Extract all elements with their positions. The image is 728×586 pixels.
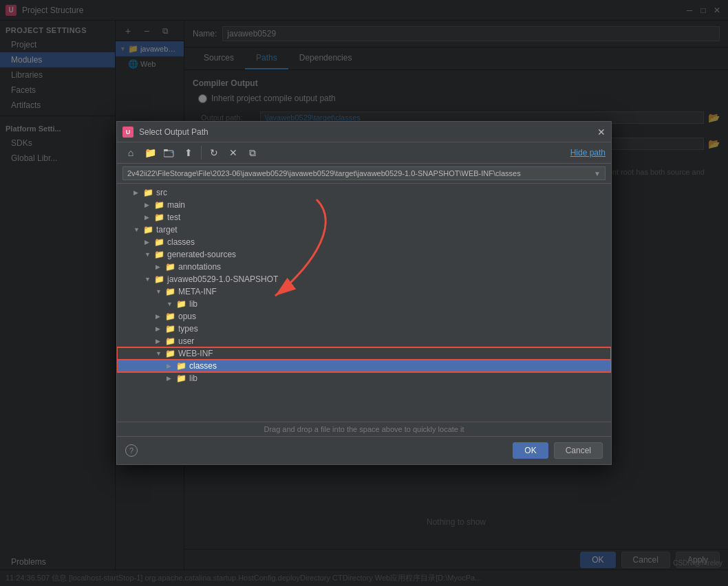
lib-webinf-folder-icon: 📁 <box>176 373 186 383</box>
src-folder-icon: 📁 <box>143 188 153 197</box>
generated-sources-label: generated-sources <box>167 250 236 259</box>
meta-inf-label: META-INF <box>178 287 217 296</box>
snapshot-folder-icon: 📁 <box>154 274 164 284</box>
svg-rect-1 <box>164 149 168 151</box>
test-arrow-icon: ▶ <box>144 214 151 221</box>
lib-webinf-label: lib <box>189 373 197 383</box>
main-label: main <box>167 200 185 210</box>
tree-item-snapshot[interactable]: ▼ 📁 javaweb0529-1.0-SNAPSHOT <box>117 273 611 285</box>
main-folder-icon: 📁 <box>154 200 164 210</box>
refresh-button[interactable]: ↻ <box>206 145 222 160</box>
dialog-btn-row: OK Cancel <box>513 442 603 459</box>
snapshot-arrow-icon: ▼ <box>144 276 151 283</box>
opus-folder-icon: 📁 <box>165 312 175 321</box>
user-folder-icon: 📁 <box>165 336 175 346</box>
tree-item-classes-webinf[interactable]: ▶ 📁 classes <box>117 360 611 372</box>
new-folder-button[interactable]: + <box>161 145 178 160</box>
meta-inf-arrow-icon: ▼ <box>156 288 162 295</box>
test-folder-icon: 📁 <box>154 213 164 222</box>
dialog-ok-button[interactable]: OK <box>513 442 548 459</box>
dialog-overlay: U Select Output Path ✕ ⌂ 📁 + ⬆ ↻ ✕ ⧉ Hid… <box>0 0 728 586</box>
tree-item-generated-sources[interactable]: ▼ 📁 generated-sources <box>117 248 611 261</box>
web-inf-arrow-icon: ▼ <box>156 350 162 357</box>
lib-meta-arrow-icon: ▼ <box>167 301 173 307</box>
web-inf-folder-icon: 📁 <box>165 349 175 358</box>
delete-button[interactable]: ✕ <box>225 145 242 160</box>
tree-item-types[interactable]: ▶ 📁 types <box>117 323 611 335</box>
target-label: target <box>156 225 178 235</box>
annotations-label: annotations <box>178 262 221 272</box>
classes-target-label: classes <box>167 237 195 247</box>
help-button[interactable]: ? <box>125 444 138 457</box>
types-arrow-icon: ▶ <box>156 325 162 332</box>
target-arrow-icon: ▼ <box>133 226 140 233</box>
copy-path-button[interactable]: ⧉ <box>244 145 261 160</box>
lib-meta-folder-icon: 📁 <box>176 299 186 309</box>
up-button[interactable]: ⬆ <box>180 145 197 160</box>
lib-webinf-arrow-icon: ▶ <box>167 375 173 382</box>
path-input-select[interactable]: 2v42ii22\FileStorage\File\2023-06\javawe… <box>122 166 606 180</box>
dialog-toolbar: ⌂ 📁 + ⬆ ↻ ✕ ⧉ Hide path <box>117 142 611 164</box>
lib-meta-label: lib <box>189 299 197 309</box>
meta-inf-folder-icon: 📁 <box>165 287 175 296</box>
user-arrow-icon: ▶ <box>156 338 162 345</box>
types-folder-icon: 📁 <box>165 324 175 334</box>
generated-sources-folder-icon: 📁 <box>154 250 164 259</box>
tree-item-main[interactable]: ▶ 📁 main <box>117 199 611 211</box>
tree-item-meta-inf[interactable]: ▼ 📁 META-INF <box>117 285 611 298</box>
classes-webinf-label: classes <box>189 361 217 371</box>
src-arrow-icon: ▶ <box>133 189 140 196</box>
drag-hint: Drag and drop a file into the space abov… <box>117 422 611 436</box>
tree-item-lib-webinf[interactable]: ▶ 📁 lib <box>117 372 611 384</box>
svg-text:+: + <box>171 149 174 155</box>
annotations-folder-icon: 📁 <box>165 262 175 272</box>
path-input-row: 2v42ii22\FileStorage\File\2023-06\javawe… <box>117 164 611 184</box>
web-inf-label: WEB-INF <box>178 349 213 358</box>
tree-item-opus[interactable]: ▶ 📁 opus <box>117 310 611 323</box>
select-output-path-dialog: U Select Output Path ✕ ⌂ 📁 + ⬆ ↻ ✕ ⧉ Hid… <box>116 121 612 465</box>
home-button[interactable]: ⌂ <box>122 145 139 160</box>
main-arrow-icon: ▶ <box>144 202 151 208</box>
test-label: test <box>167 213 180 222</box>
classes-target-arrow-icon: ▶ <box>144 239 151 246</box>
snapshot-label: javaweb0529-1.0-SNAPSHOT <box>167 274 278 284</box>
dropdown-arrow-icon: ▼ <box>594 170 601 177</box>
types-label: types <box>178 324 198 334</box>
target-folder-icon: 📁 <box>143 225 153 235</box>
classes-webinf-folder-icon: 📁 <box>176 361 186 371</box>
dialog-title: Select Output Path <box>139 127 592 137</box>
dialog-close-button[interactable]: ✕ <box>597 127 606 138</box>
dialog-icon: U <box>122 127 133 138</box>
tree-item-test[interactable]: ▶ 📁 test <box>117 211 611 224</box>
src-label: src <box>156 188 167 197</box>
tree-item-web-inf[interactable]: ▼ 📁 WEB-INF <box>117 347 611 360</box>
annotations-arrow-icon: ▶ <box>156 263 162 270</box>
tree-item-user[interactable]: ▶ 📁 user <box>117 335 611 347</box>
tree-item-lib-meta[interactable]: ▼ 📁 lib <box>117 298 611 310</box>
tree-item-src[interactable]: ▶ 📁 src <box>117 186 611 199</box>
dialog-title-bar: U Select Output Path ✕ <box>117 122 611 142</box>
classes-target-folder-icon: 📁 <box>154 237 164 247</box>
toolbar-separator <box>201 146 202 160</box>
opus-arrow-icon: ▶ <box>156 313 162 320</box>
tree-item-target[interactable]: ▼ 📁 target <box>117 224 611 236</box>
dialog-tree[interactable]: ▶ 📁 src ▶ 📁 main ▶ 📁 test ▼ 📁 target <box>117 184 611 422</box>
opus-label: opus <box>178 312 196 321</box>
dialog-bottom: ? OK Cancel <box>117 436 611 464</box>
generated-sources-arrow-icon: ▼ <box>144 251 151 258</box>
path-input-text: 2v42ii22\FileStorage\File\2023-06\javawe… <box>127 169 594 177</box>
tree-item-classes-target[interactable]: ▶ 📁 classes <box>117 236 611 248</box>
classes-webinf-arrow-icon: ▶ <box>167 362 173 369</box>
folder-button[interactable]: 📁 <box>142 145 158 160</box>
hide-path-link[interactable]: Hide path <box>570 148 606 158</box>
dialog-cancel-button[interactable]: Cancel <box>554 442 603 459</box>
tree-item-annotations[interactable]: ▶ 📁 annotations <box>117 261 611 273</box>
user-label: user <box>178 336 194 346</box>
